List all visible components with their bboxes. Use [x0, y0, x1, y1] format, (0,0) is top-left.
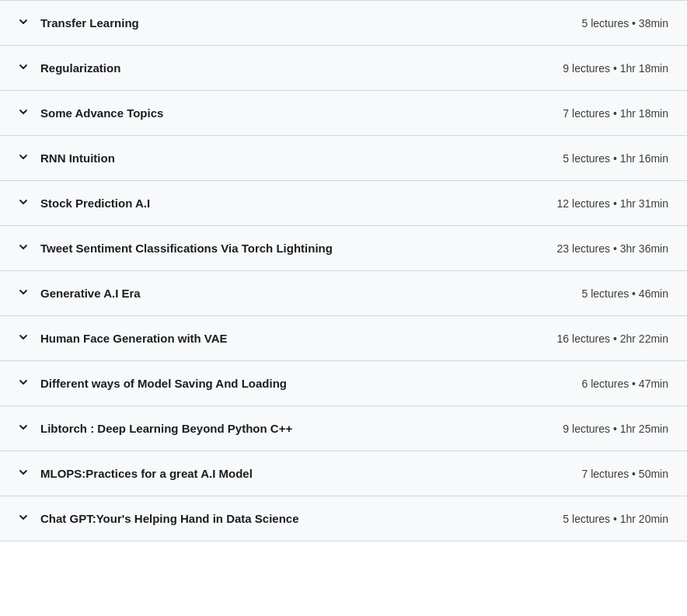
section-meta: 5 lectures • 46min — [581, 287, 668, 300]
section-row-rnn-intuition[interactable]: RNN Intuition5 lectures • 1hr 16min — [0, 136, 687, 181]
section-row-stock-prediction[interactable]: Stock Prediction A.I12 lectures • 1hr 31… — [0, 181, 687, 226]
section-row-tweet-sentiment[interactable]: Tweet Sentiment Classifications Via Torc… — [0, 226, 687, 271]
section-title: Libtorch : Deep Learning Beyond Python C… — [40, 420, 292, 437]
section-row-regularization[interactable]: Regularization9 lectures • 1hr 18min — [0, 46, 687, 91]
course-sections-list: Transfer Learning5 lectures • 38min Regu… — [0, 0, 687, 541]
section-left: Human Face Generation with VAE — [19, 330, 545, 346]
section-meta: 7 lectures • 50min — [581, 468, 668, 480]
section-meta: 23 lectures • 3hr 36min — [557, 242, 668, 255]
section-meta: 7 lectures • 1hr 18min — [563, 107, 668, 120]
section-row-libtorch[interactable]: Libtorch : Deep Learning Beyond Python C… — [0, 406, 687, 451]
section-title: MLOPS:Practices for a great A.I Model — [40, 465, 253, 482]
chevron-down-icon — [19, 107, 31, 119]
section-row-human-face-generation[interactable]: Human Face Generation with VAE16 lecture… — [0, 316, 687, 361]
section-left: Some Advance Topics — [19, 105, 550, 121]
chevron-down-icon — [19, 197, 31, 209]
section-row-generative-ai[interactable]: Generative A.I Era5 lectures • 46min — [0, 271, 687, 316]
section-meta: 5 lectures • 1hr 20min — [563, 513, 668, 525]
section-row-some-advance-topics[interactable]: Some Advance Topics7 lectures • 1hr 18mi… — [0, 91, 687, 136]
section-title: Transfer Learning — [40, 15, 139, 31]
chevron-down-icon — [19, 513, 31, 524]
chevron-down-icon — [19, 423, 31, 434]
section-row-model-saving[interactable]: Different ways of Model Saving And Loadi… — [0, 361, 687, 406]
section-title: Chat GPT:Your's Helping Hand in Data Sci… — [40, 510, 299, 527]
section-meta: 16 lectures • 2hr 22min — [557, 332, 668, 345]
section-meta: 9 lectures • 1hr 18min — [563, 62, 668, 75]
section-row-mlops[interactable]: MLOPS:Practices for a great A.I Model7 l… — [0, 451, 687, 496]
section-title: Different ways of Model Saving And Loadi… — [40, 375, 287, 392]
section-left: Different ways of Model Saving And Loadi… — [19, 375, 569, 392]
section-row-transfer-learning[interactable]: Transfer Learning5 lectures • 38min — [0, 0, 687, 46]
chevron-down-icon — [19, 287, 31, 299]
chevron-down-icon — [19, 152, 31, 164]
section-left: Tweet Sentiment Classifications Via Torc… — [19, 240, 545, 256]
chevron-down-icon — [19, 332, 31, 344]
section-title: Tweet Sentiment Classifications Via Torc… — [40, 240, 333, 256]
section-title: Stock Prediction A.I — [40, 195, 150, 211]
chevron-down-icon — [19, 468, 31, 479]
section-left: Chat GPT:Your's Helping Hand in Data Sci… — [19, 510, 550, 527]
chevron-down-icon — [19, 17, 31, 29]
section-left: Stock Prediction A.I — [19, 195, 545, 211]
section-left: Libtorch : Deep Learning Beyond Python C… — [19, 420, 550, 437]
section-row-chat-gpt[interactable]: Chat GPT:Your's Helping Hand in Data Sci… — [0, 496, 687, 541]
section-title: RNN Intuition — [40, 150, 115, 166]
section-meta: 9 lectures • 1hr 25min — [563, 423, 668, 435]
section-meta: 5 lectures • 38min — [581, 17, 668, 30]
section-left: Regularization — [19, 60, 550, 76]
chevron-down-icon — [19, 242, 31, 254]
section-title: Regularization — [40, 60, 120, 76]
section-title: Some Advance Topics — [40, 105, 163, 121]
section-title: Generative A.I Era — [40, 285, 141, 301]
section-left: MLOPS:Practices for a great A.I Model — [19, 465, 569, 482]
chevron-down-icon — [19, 62, 31, 74]
chevron-down-icon — [19, 378, 31, 389]
section-meta: 12 lectures • 1hr 31min — [557, 197, 668, 210]
section-meta: 5 lectures • 1hr 16min — [563, 152, 668, 165]
section-left: RNN Intuition — [19, 150, 550, 166]
section-left: Transfer Learning — [19, 15, 569, 31]
section-left: Generative A.I Era — [19, 285, 569, 301]
section-meta: 6 lectures • 47min — [581, 378, 668, 390]
section-title: Human Face Generation with VAE — [40, 330, 228, 346]
